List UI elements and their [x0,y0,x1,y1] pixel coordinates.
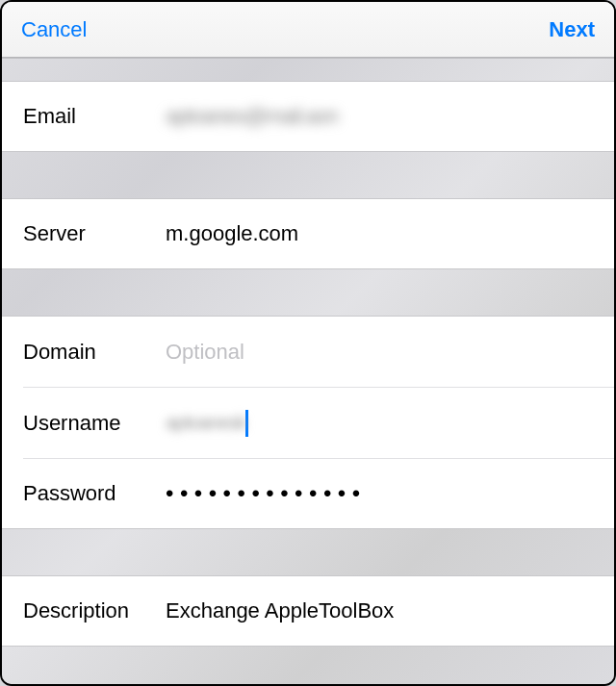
section-gap [2,58,614,81]
server-label: Server [23,221,166,246]
section-gap [2,269,614,316]
text-cursor [245,410,248,437]
cancel-button[interactable]: Cancel [21,17,87,42]
email-row[interactable]: Email aptoanes@mail.aon [2,81,614,152]
description-field[interactable]: Exchange AppleToolBox [166,598,593,623]
username-label: Username [23,411,166,436]
password-field[interactable]: •••••••••••••• [166,480,593,507]
description-label: Description [23,598,166,623]
password-label: Password [23,481,166,506]
next-button[interactable]: Next [549,17,595,42]
domain-row[interactable]: Domain [2,316,614,387]
domain-label: Domain [23,340,166,365]
username-row[interactable]: Username aptoanesk [2,387,614,458]
domain-field[interactable] [166,340,593,365]
password-row[interactable]: Password •••••••••••••• [2,458,614,529]
email-label: Email [23,104,166,129]
server-field[interactable]: m.google.com [166,221,593,246]
section-gap [2,529,614,575]
server-row[interactable]: Server m.google.com [2,198,614,269]
modal-header: Cancel Next [2,2,614,58]
section-gap [2,152,614,198]
email-field[interactable]: aptoanes@mail.aon [166,104,593,129]
username-field[interactable]: aptoanesk [166,410,593,437]
description-row[interactable]: Description Exchange AppleToolBox [2,575,614,647]
